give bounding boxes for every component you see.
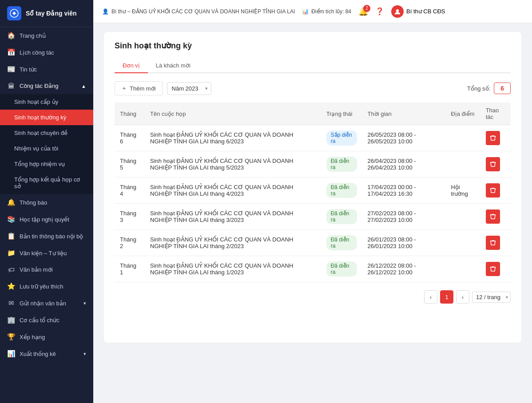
sidebar-item-xep-hang[interactable]: 🏆 Xếp hạng bbox=[0, 328, 93, 345]
sidebar-item-tong-hop-ket-qua[interactable]: Tổng hợp kết quả họp cơ sở bbox=[0, 172, 93, 194]
score-bar-icon: 📊 bbox=[302, 8, 309, 15]
year-select[interactable]: Năm 2023 Năm 2022 Năm 2021 bbox=[167, 82, 211, 95]
cell-time-3: 27/02/2023 08:00 - 27/02/2023 10:00 bbox=[362, 204, 446, 230]
cell-location-0 bbox=[445, 125, 480, 151]
sidebar-label-hoc-tap: Học tập nghị quyết bbox=[20, 216, 69, 223]
delete-button-0[interactable] bbox=[486, 131, 500, 145]
main-area: 👤 Bí thư – ĐẢNG UỶ KHỐI CÁC CƠ QUAN VÀ D… bbox=[93, 0, 532, 403]
page-1-button[interactable]: 1 bbox=[440, 290, 453, 304]
header-score: 📊 Điểm tích lũy: 84 bbox=[302, 8, 351, 15]
cell-location-5 bbox=[445, 256, 480, 282]
sidebar-item-trang-chu[interactable]: 🏠 Trang chủ bbox=[0, 27, 93, 44]
col-trang-thai: Trạng thái bbox=[321, 103, 362, 125]
cell-status-4: Đã diễn ra bbox=[321, 230, 362, 256]
header-notification[interactable]: 🔔 2 bbox=[358, 7, 368, 16]
cell-name-3: Sinh hoạt ĐẢNG UỶ KHỐI CÁC CƠ QUAN VÀ DO… bbox=[145, 204, 321, 230]
sidebar-item-sinh-hoat-cap-uy[interactable]: Sinh hoạt cấp ủy bbox=[0, 94, 93, 110]
sidebar-label-luu-tru: Lưu trữ yêu thích bbox=[20, 283, 63, 290]
total-label: Tổng số: bbox=[467, 85, 490, 92]
table-row: Tháng 5 Sinh hoạt ĐẢNG UỶ KHỐI CÁC CƠ QU… bbox=[115, 151, 511, 178]
sidebar-logo: Sổ tay Đảng viên bbox=[0, 0, 93, 27]
tab-don-vi[interactable]: Đơn vị bbox=[115, 59, 148, 73]
status-badge-3: Đã diễn ra bbox=[326, 209, 357, 224]
sidebar-item-hoc-tap[interactable]: 📚 Học tập nghị quyết bbox=[0, 211, 93, 228]
sidebar-item-ban-tin[interactable]: 📋 Bản tin thông báo nội bộ bbox=[0, 228, 93, 245]
col-thao-tac: Thao tác bbox=[480, 103, 511, 125]
cell-name-1: Sinh hoạt ĐẢNG UỶ KHỐI CÁC CƠ QUAN VÀ DO… bbox=[145, 151, 321, 178]
sidebar-item-thong-bao[interactable]: 🔔 Thông báo bbox=[0, 194, 93, 211]
bell-icon: 🔔 bbox=[7, 198, 15, 206]
sidebar-label-sinh-hoat-thuong-ky: Sinh hoạt thường kỳ bbox=[14, 114, 66, 121]
add-button[interactable]: ＋ Thêm mới bbox=[115, 81, 163, 95]
sidebar-label-tong-hop-ket-qua: Tổng hợp kết quả họp cơ sở bbox=[14, 176, 86, 190]
sidebar-item-van-ban-moi[interactable]: 🏷 Văn bản mới bbox=[0, 261, 93, 278]
sidebar-item-gui-nhan[interactable]: ✉ Gửi nhận văn bản ▾ bbox=[0, 295, 93, 312]
toolbar-right: Tổng số: 6 bbox=[467, 83, 511, 94]
data-table: Tháng Tên cuộc họp Trạng thái Thời gian … bbox=[115, 103, 511, 282]
notification-badge: 2 bbox=[363, 5, 370, 12]
sidebar-item-sinh-hoat-chuyen-de[interactable]: Sinh hoạt chuyên đề bbox=[0, 125, 93, 141]
delete-button-5[interactable] bbox=[486, 262, 500, 276]
tabs: Đơn vị Là khách mời bbox=[115, 59, 511, 73]
calendar-icon: 📅 bbox=[7, 48, 15, 56]
tag-icon: 🏷 bbox=[7, 266, 15, 273]
pagination: ‹ 1 › 12 / trang 24 / trang 48 / trang bbox=[115, 290, 511, 304]
table-row: Tháng 2 Sinh hoạt ĐẢNG UỶ KHỐI CÁC CƠ QU… bbox=[115, 230, 511, 256]
cell-name-4: Sinh hoạt ĐẢNG UỶ KHỐI CÁC CƠ QUAN VÀ DO… bbox=[145, 230, 321, 256]
chart-icon: 📊 bbox=[7, 350, 15, 358]
sidebar-item-sinh-hoat-thuong-ky[interactable]: Sinh hoạt thường kỳ bbox=[0, 110, 93, 125]
svg-point-1 bbox=[396, 9, 399, 12]
sidebar-item-tin-tuc[interactable]: 📰 Tin tức bbox=[0, 61, 93, 78]
tab-la-khach-moi[interactable]: Là khách mời bbox=[148, 59, 199, 73]
sidebar-item-cong-tac-dang[interactable]: 🏛 Công tác Đảng ▲ bbox=[0, 78, 93, 94]
col-thang: Tháng bbox=[115, 103, 145, 125]
sidebar-item-nhiem-vu-cua-toi[interactable]: Nhiệm vụ của tôi bbox=[0, 141, 93, 156]
cell-time-5: 26/12/2022 08:00 - 26/12/2022 10:00 bbox=[362, 256, 446, 282]
sidebar-label-sinh-hoat-chuyen-de: Sinh hoạt chuyên đề bbox=[14, 130, 67, 136]
sidebar: Sổ tay Đảng viên 🏠 Trang chủ 📅 Lịch công… bbox=[0, 0, 93, 403]
content-area: Sinh hoạt thường kỳ Đơn vị Là khách mời … bbox=[93, 23, 532, 403]
cell-status-1: Đã diễn ra bbox=[321, 151, 362, 178]
col-dia-diem: Địa điểm bbox=[445, 103, 480, 125]
sidebar-label-lich-cong-tac: Lịch công tác bbox=[20, 49, 54, 56]
sidebar-item-luu-tru[interactable]: ⭐ Lưu trữ yêu thích bbox=[0, 278, 93, 295]
header: 👤 Bí thư – ĐẢNG UỶ KHỐI CÁC CƠ QUAN VÀ D… bbox=[93, 0, 532, 23]
status-badge-1: Đã diễn ra bbox=[326, 157, 357, 172]
sidebar-item-lich-cong-tac[interactable]: 📅 Lịch công tác bbox=[0, 44, 93, 61]
sidebar-label-xuat-thong-ke: Xuất thống kê bbox=[20, 351, 56, 357]
table-row: Tháng 1 Sinh hoạt ĐẢNG UỶ KHỐI CÁC CƠ QU… bbox=[115, 256, 511, 282]
delete-button-1[interactable] bbox=[486, 157, 500, 171]
page-size-select[interactable]: 12 / trang 24 / trang 48 / trang bbox=[472, 292, 511, 303]
sidebar-item-van-kien[interactable]: 📁 Văn kiện – Tư liệu bbox=[0, 245, 93, 261]
page-card: Sinh hoạt thường kỳ Đơn vị Là khách mời … bbox=[104, 32, 521, 343]
cell-status-0: Sắp diễn ra bbox=[321, 125, 362, 151]
cell-month-2: Tháng 4 bbox=[115, 178, 145, 204]
sidebar-item-co-cau[interactable]: 🏢 Cơ cấu tổ chức bbox=[0, 312, 93, 328]
cell-location-1 bbox=[445, 151, 480, 178]
sidebar-item-xuat-thong-ke[interactable]: 📊 Xuất thống kê ▾ bbox=[0, 345, 93, 362]
delete-button-3[interactable] bbox=[486, 209, 500, 224]
delete-button-4[interactable] bbox=[486, 236, 500, 250]
table-row: Tháng 3 Sinh hoạt ĐẢNG UỶ KHỐI CÁC CƠ QU… bbox=[115, 204, 511, 230]
sidebar-label-ban-tin: Bản tin thông báo nội bộ bbox=[20, 233, 83, 240]
status-badge-2: Đã diễn ra bbox=[326, 183, 357, 198]
add-button-label: Thêm mới bbox=[130, 85, 156, 92]
sidebar-item-tong-hop-nhiem-vu[interactable]: Tổng hợp nhiệm vụ bbox=[0, 156, 93, 172]
col-ten-cuoc-hop: Tên cuộc họp bbox=[145, 103, 321, 125]
next-page-button[interactable]: › bbox=[456, 290, 469, 304]
sidebar-label-trang-chu: Trang chủ bbox=[20, 32, 46, 39]
prev-page-button[interactable]: ‹ bbox=[424, 290, 437, 304]
cell-status-3: Đã diễn ra bbox=[321, 204, 362, 230]
cell-action-3 bbox=[480, 204, 511, 230]
page-title: Sinh hoạt thường kỳ bbox=[115, 41, 511, 51]
question-icon: ❓ bbox=[375, 8, 384, 15]
cell-month-4: Tháng 2 bbox=[115, 230, 145, 256]
delete-button-2[interactable] bbox=[486, 183, 500, 198]
cell-name-0: Sinh hoạt ĐẢNG UỶ KHỐI CÁC CƠ QUAN VÀ DO… bbox=[145, 125, 321, 151]
page-size-wrap: 12 / trang 24 / trang 48 / trang bbox=[472, 292, 511, 303]
avatar-circle bbox=[391, 5, 404, 18]
header-avatar[interactable]: Bí thư CB CĐS bbox=[391, 5, 445, 18]
sidebar-label-tong-hop-nhiem-vu: Tổng hợp nhiệm vụ bbox=[14, 161, 65, 167]
table-row: Tháng 6 Sinh hoạt ĐẢNG UỶ KHỐI CÁC CƠ QU… bbox=[115, 125, 511, 151]
header-help-button[interactable]: ❓ bbox=[375, 7, 384, 16]
